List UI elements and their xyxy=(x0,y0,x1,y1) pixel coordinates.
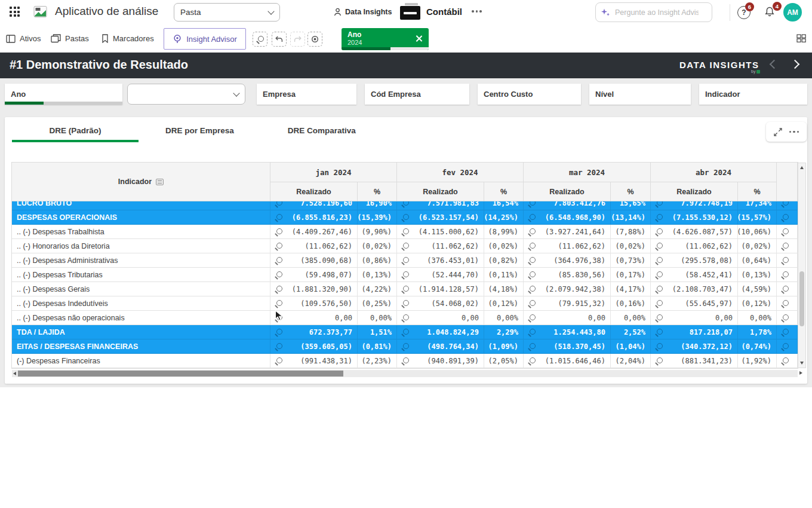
scroll-right-arrow[interactable] xyxy=(799,371,802,375)
partial-realizado-cell[interactable] xyxy=(777,282,798,296)
search-icon[interactable] xyxy=(275,328,283,336)
realizado-cell[interactable]: (359.605,05) xyxy=(270,339,358,354)
realizado-header[interactable]: Realizado xyxy=(651,182,738,201)
percent-cell[interactable]: 2,29% xyxy=(484,325,524,339)
table-row[interactable]: .. (-) Despesas Administrativas(385.090,… xyxy=(12,253,798,268)
percent-cell[interactable]: (0,02%) xyxy=(611,239,651,253)
realizado-cell[interactable]: (498.764,34) xyxy=(397,339,484,354)
realizado-cell[interactable]: 0,00 xyxy=(397,311,484,325)
search-icon[interactable] xyxy=(781,213,789,222)
app-launcher-icon[interactable] xyxy=(10,7,21,19)
search-icon[interactable] xyxy=(781,271,789,279)
month-header-4[interactable]: abr 2024 xyxy=(651,163,777,182)
search-icon[interactable] xyxy=(401,285,410,293)
search-icon[interactable] xyxy=(781,285,789,293)
search-icon[interactable] xyxy=(655,228,663,236)
search-icon[interactable] xyxy=(401,328,410,336)
percent-cell[interactable]: 0,00% xyxy=(611,311,651,325)
percent-cell[interactable]: (13,14%) xyxy=(611,210,651,225)
more-menu[interactable] xyxy=(472,10,482,13)
search-icon[interactable] xyxy=(655,285,663,293)
search-icon[interactable] xyxy=(401,314,410,322)
percent-cell[interactable]: (0,74%) xyxy=(738,339,777,354)
realizado-cell[interactable]: (85.830,56) xyxy=(524,268,611,282)
indicator-cell[interactable]: .. (-) Despesas Indedutíveis xyxy=(12,296,270,311)
realizado-cell[interactable]: (340.372,12) xyxy=(651,339,738,354)
partial-realizado-cell[interactable] xyxy=(777,311,798,325)
selection-chip-ano[interactable]: Ano 2024 xyxy=(342,28,429,50)
percent-cell[interactable]: (15,57%) xyxy=(738,210,777,225)
indicator-cell[interactable]: TDA / LAJIDA xyxy=(12,325,270,339)
realizado-cell[interactable]: 7.972.748,19 xyxy=(651,201,738,210)
partial-realizado-cell[interactable] xyxy=(777,325,798,339)
indicator-cell[interactable]: .. (-) Despesas Gerais xyxy=(12,282,270,296)
table-row[interactable]: DESPESAS OPERACIONAIS(6.855.816,23)(15,3… xyxy=(12,210,798,225)
search-icon[interactable] xyxy=(275,213,283,222)
percent-cell[interactable]: (1,92%) xyxy=(738,354,777,368)
percent-cell[interactable]: 0,00% xyxy=(738,311,777,325)
percent-cell[interactable]: 16,54% xyxy=(484,201,524,210)
filter-cod-empresa[interactable]: Cód Empresa xyxy=(365,84,469,105)
search-icon[interactable] xyxy=(401,201,410,207)
percent-cell[interactable]: (0,64%) xyxy=(738,253,777,268)
partial-realizado-cell[interactable] xyxy=(777,268,798,282)
search-icon[interactable] xyxy=(655,256,663,265)
realizado-cell[interactable]: (3.927.241,64) xyxy=(524,225,611,239)
percent-cell[interactable]: (0,12%) xyxy=(484,296,524,311)
realizado-cell[interactable]: (7.155.530,12) xyxy=(651,210,738,225)
realizado-cell[interactable]: (4.409.267,46) xyxy=(270,225,358,239)
filter-empresa[interactable]: Empresa xyxy=(257,84,356,105)
month-header-1[interactable]: jan 2024 xyxy=(270,163,397,182)
indicator-cell[interactable]: .. (-) Despesas Tributarias xyxy=(12,268,270,282)
insight-advisor-input[interactable] xyxy=(615,8,699,17)
search-icon[interactable] xyxy=(401,213,410,222)
notifications-button[interactable]: 4 xyxy=(764,6,777,19)
filter-nivel[interactable]: Nível xyxy=(589,84,691,105)
search-icon[interactable] xyxy=(528,228,536,236)
search-icon[interactable] xyxy=(275,201,283,207)
search-icon[interactable] xyxy=(401,256,410,265)
partial-realizado-cell[interactable] xyxy=(777,201,798,210)
realizado-cell[interactable]: (52.444,70) xyxy=(397,268,484,282)
realizado-cell[interactable]: (6.548.968,90) xyxy=(524,210,611,225)
filter-indicador[interactable]: Indicador xyxy=(699,84,807,105)
sheet-selector[interactable]: Pasta xyxy=(174,3,280,22)
realizado-cell[interactable]: (2.079.942,38) xyxy=(524,282,611,296)
percent-header[interactable]: % xyxy=(611,182,651,201)
realizado-cell[interactable]: (376.453,01) xyxy=(397,253,484,268)
percent-cell[interactable]: (0,02%) xyxy=(738,239,777,253)
table-row[interactable]: .. (-) Despesas Tributarias(59.498,07)(0… xyxy=(12,268,798,282)
search-icon[interactable] xyxy=(781,342,789,351)
realizado-cell[interactable]: (6.523.157,54) xyxy=(397,210,484,225)
table-row[interactable]: TDA / LAJIDA672.373,771,51%1.048.824,292… xyxy=(12,325,798,339)
realizado-cell[interactable]: 7.803.412,76 xyxy=(524,201,611,210)
filter-dropdown[interactable] xyxy=(127,84,245,105)
tab-dre-comparativa[interactable]: DRE Comparativa xyxy=(261,117,383,143)
realizado-cell[interactable]: (991.438,31) xyxy=(270,354,358,368)
realizado-cell[interactable]: 672.373,77 xyxy=(270,325,358,339)
search-icon[interactable] xyxy=(275,299,283,308)
search-icon[interactable] xyxy=(528,201,536,207)
percent-header[interactable]: % xyxy=(738,182,777,201)
filter-centro-custo[interactable]: Centro Custo xyxy=(478,84,581,105)
percent-cell[interactable]: (7,88%) xyxy=(611,225,651,239)
filter-ano[interactable]: Ano xyxy=(5,84,122,105)
percent-cell[interactable]: (9,90%) xyxy=(358,225,397,239)
percent-cell[interactable]: (4,59%) xyxy=(738,282,777,296)
table-row[interactable]: EITAS / DESPESAS FINANCEIRAS(359.605,05)… xyxy=(12,339,798,354)
search-icon[interactable] xyxy=(401,271,410,279)
clear-selections-icon[interactable] xyxy=(307,32,322,47)
realizado-cell[interactable]: 1.254.443,80 xyxy=(524,325,611,339)
search-icon[interactable] xyxy=(528,285,536,293)
percent-cell[interactable]: (0,02%) xyxy=(358,239,397,253)
scroll-up-arrow[interactable] xyxy=(800,166,804,169)
column-menu-icon[interactable] xyxy=(156,179,164,185)
data-insights-toggle[interactable]: Data Insights xyxy=(334,8,392,16)
scroll-down-arrow[interactable] xyxy=(800,362,804,365)
percent-cell[interactable]: (0,82%) xyxy=(484,253,524,268)
search-icon[interactable] xyxy=(528,328,536,336)
user-avatar[interactable]: AM xyxy=(783,3,802,22)
realizado-cell[interactable]: (11.062,62) xyxy=(524,239,611,253)
percent-cell[interactable]: (14,25%) xyxy=(484,210,524,225)
percent-cell[interactable]: (15,39%) xyxy=(358,210,397,225)
